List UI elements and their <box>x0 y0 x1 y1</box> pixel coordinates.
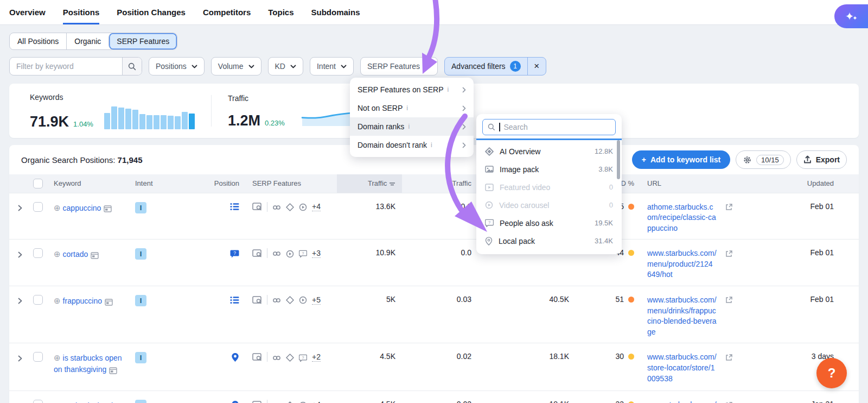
menu-item-serp-features-on-serp[interactable]: SERP Features on SERPi <box>350 80 474 99</box>
tab-competitors[interactable]: Competitors <box>203 0 251 24</box>
menu-item-not-on-serp[interactable]: Not on SERPi <box>350 99 474 117</box>
serp-snapshot-icon[interactable] <box>105 296 113 307</box>
add-keyword-icon[interactable]: ⊕ <box>54 249 61 259</box>
tab-subdomains[interactable]: Subdomains <box>311 0 360 24</box>
url-link[interactable]: www.starbucks.com/menu/drinks/frappuccin… <box>647 295 717 337</box>
menu-item-domain-ranks[interactable]: Domain ranksi <box>350 117 474 136</box>
intent-badge: I <box>135 295 146 306</box>
url-link[interactable]: www.starbucks.com/store-locator/store/11… <box>647 400 717 403</box>
header-serp-features[interactable]: SERP Features <box>246 174 337 193</box>
url-link[interactable]: athome.starbucks.com/recipe/classic-capp… <box>647 202 717 234</box>
menu-item-domain-doesnt-rank[interactable]: Domain doesn't ranki <box>350 136 474 154</box>
header-updated[interactable]: Updated <box>737 174 859 193</box>
serp-preview-icon[interactable] <box>252 352 262 362</box>
external-link-icon[interactable] <box>725 248 733 257</box>
row-checkbox[interactable] <box>33 248 43 258</box>
video-icon <box>299 202 307 211</box>
divider <box>211 95 212 127</box>
updated-cell: Feb 01 <box>737 240 859 286</box>
submenu-scrollbar[interactable] <box>617 140 620 179</box>
external-link-icon[interactable] <box>725 400 733 403</box>
segment-all-positions[interactable]: All Positions <box>10 33 66 49</box>
serp-snapshot-icon[interactable] <box>109 364 117 375</box>
search-icon <box>128 62 136 71</box>
ai-overview-icon <box>286 295 294 305</box>
help-button[interactable]: ? <box>816 358 847 388</box>
traffic-change: 0.23% <box>265 119 285 128</box>
tab-overview[interactable]: Overview <box>9 0 46 24</box>
add-keyword-icon[interactable]: ⊕ <box>54 296 61 305</box>
volume-filter[interactable]: Volume <box>211 57 261 75</box>
ai-assistant-button[interactable]: ✦✦ <box>834 4 868 28</box>
header-position[interactable]: Position <box>174 174 246 193</box>
advanced-filters-button[interactable]: Advanced filters 1 <box>445 58 527 75</box>
tab-topics[interactable]: Topics <box>268 0 293 24</box>
intent-badge: I <box>135 248 146 260</box>
people-also-ask-icon: ? <box>299 249 307 257</box>
serp-features-filter[interactable]: SERP Features <box>360 57 438 75</box>
chevron-down-icon <box>341 65 347 68</box>
clear-advanced-filters-button[interactable]: × <box>527 58 546 75</box>
row-checkbox[interactable] <box>33 202 43 212</box>
add-keyword-icon[interactable]: ⊕ <box>54 401 61 403</box>
keyword-link[interactable]: cappuccino <box>63 204 101 212</box>
more-features-link[interactable]: +5 <box>312 295 321 305</box>
row-checkbox[interactable] <box>33 352 43 362</box>
expand-row-button[interactable] <box>18 353 22 362</box>
row-checkbox[interactable] <box>33 400 43 403</box>
export-button[interactable]: Export <box>796 150 847 169</box>
positions-filter[interactable]: Positions <box>149 57 205 75</box>
serp-snapshot-icon[interactable] <box>91 249 99 260</box>
intent-badge: I <box>135 202 146 213</box>
header-traffic-pct[interactable]: Traffic <box>402 174 478 193</box>
select-all-checkbox[interactable] <box>33 179 43 188</box>
header-intent[interactable]: Intent <box>129 174 174 193</box>
search-button[interactable] <box>122 58 142 75</box>
tab-position-changes[interactable]: Position Changes <box>117 0 186 24</box>
intent-filter[interactable]: Intent <box>310 57 354 75</box>
traffic-pct-cell: 0.0 <box>402 240 478 286</box>
keyword-filter-input[interactable]: Filter by keyword <box>9 57 142 75</box>
add-keyword-icon[interactable]: ⊕ <box>54 353 61 362</box>
keyword-link[interactable]: cortado <box>63 250 88 259</box>
expand-row-button[interactable] <box>18 401 22 403</box>
keyword-filter-placeholder: Filter by keyword <box>10 62 122 71</box>
export-icon <box>803 155 812 164</box>
kd-filter[interactable]: KD <box>268 57 303 75</box>
submenu-item-people-also-ask[interactable]: ? People also ask 19.5K <box>476 214 622 232</box>
submenu-item-ai-overview[interactable]: AI Overview 12.8K <box>476 142 622 160</box>
external-link-icon[interactable] <box>725 295 733 304</box>
serp-preview-icon[interactable] <box>252 295 262 304</box>
serp-preview-icon[interactable] <box>252 249 262 258</box>
segment-organic[interactable]: Organic <box>66 33 108 49</box>
add-to-keyword-list-button[interactable]: + Add to keyword list <box>632 150 730 169</box>
row-checkbox[interactable] <box>33 295 43 305</box>
serp-preview-icon[interactable] <box>252 202 262 211</box>
expand-row-button[interactable] <box>18 296 22 305</box>
more-features-link[interactable]: +2 <box>312 352 321 362</box>
external-link-icon[interactable] <box>725 202 733 211</box>
serp-preview-icon[interactable] <box>252 400 262 403</box>
header-url[interactable]: URL <box>641 174 737 193</box>
more-features-link[interactable]: +4 <box>312 400 321 403</box>
feature-search-input[interactable]: Search <box>482 119 616 135</box>
tab-positions[interactable]: Positions <box>63 0 100 24</box>
url-link[interactable]: www.starbucks.com/store-locator/store/10… <box>647 352 717 384</box>
segment-serp-features[interactable]: SERP Features <box>108 33 177 49</box>
expand-row-button[interactable] <box>18 249 22 258</box>
external-link-icon[interactable] <box>725 352 733 361</box>
submenu-item-image-pack[interactable]: Image pack 3.8K <box>476 160 622 178</box>
more-features-link[interactable]: +3 <box>312 249 321 258</box>
video-carousel-icon <box>485 201 493 209</box>
manage-columns-button[interactable]: 10/15 <box>736 150 791 169</box>
submenu-item-local-pack[interactable]: Local pack 31.4K <box>476 232 622 250</box>
keyword-link[interactable]: frappuccino <box>63 297 102 305</box>
serp-snapshot-icon[interactable] <box>104 203 112 214</box>
header-keyword[interactable]: Keyword <box>47 174 129 193</box>
header-traffic[interactable]: Traffic <box>337 174 402 193</box>
url-link[interactable]: www.starbucks.com/menu/product/2124649/h… <box>647 248 717 280</box>
expand-row-button[interactable] <box>18 203 22 212</box>
info-icon: i <box>431 141 432 149</box>
more-features-link[interactable]: +4 <box>312 202 321 211</box>
add-keyword-icon[interactable]: ⊕ <box>54 203 61 212</box>
